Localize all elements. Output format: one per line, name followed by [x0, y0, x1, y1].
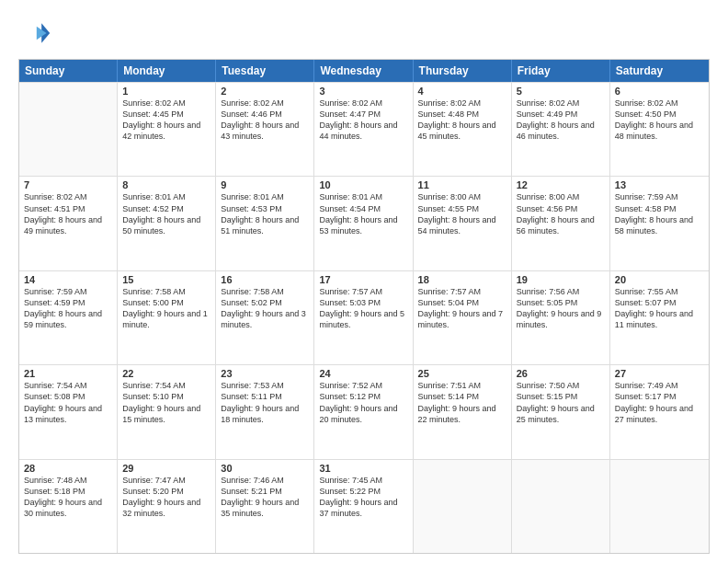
cell-info: Sunrise: 7:55 AM Sunset: 5:07 PM Dayligh… [615, 286, 704, 331]
weekday-header: Thursday [414, 60, 512, 82]
cell-info: Sunrise: 7:50 AM Sunset: 5:15 PM Dayligh… [517, 380, 605, 425]
day-number: 11 [418, 179, 506, 190]
weekday-header: Monday [118, 60, 216, 82]
calendar-row: 7 Sunrise: 8:02 AM Sunset: 4:51 PM Dayli… [19, 176, 709, 270]
logo-icon [18, 17, 51, 50]
day-number: 7 [24, 179, 112, 190]
calendar-cell: 16 Sunrise: 7:58 AM Sunset: 5:02 PM Dayl… [216, 271, 314, 364]
weekday-header: Friday [512, 60, 610, 82]
day-number: 5 [517, 86, 605, 97]
day-number: 13 [615, 179, 704, 190]
calendar-cell: 12 Sunrise: 8:00 AM Sunset: 4:56 PM Dayl… [512, 177, 610, 270]
calendar-cell: 4 Sunrise: 8:02 AM Sunset: 4:48 PM Dayli… [414, 83, 512, 176]
weekday-header: Sunday [19, 60, 118, 82]
day-number: 17 [319, 274, 407, 285]
day-number: 9 [221, 179, 309, 190]
day-number: 4 [418, 86, 506, 97]
cell-info: Sunrise: 8:02 AM Sunset: 4:46 PM Dayligh… [221, 98, 309, 143]
calendar-cell: 22 Sunrise: 7:54 AM Sunset: 5:10 PM Dayl… [118, 365, 216, 458]
calendar-cell: 20 Sunrise: 7:55 AM Sunset: 5:07 PM Dayl… [610, 271, 709, 364]
cell-info: Sunrise: 7:56 AM Sunset: 5:05 PM Dayligh… [517, 286, 605, 331]
day-number: 12 [517, 179, 605, 190]
cell-info: Sunrise: 7:54 AM Sunset: 5:10 PM Dayligh… [122, 380, 210, 425]
logo [18, 17, 57, 50]
day-number: 28 [24, 463, 112, 474]
cell-info: Sunrise: 7:47 AM Sunset: 5:20 PM Dayligh… [122, 475, 210, 520]
cell-info: Sunrise: 7:49 AM Sunset: 5:17 PM Dayligh… [615, 380, 704, 425]
cell-info: Sunrise: 7:45 AM Sunset: 5:22 PM Dayligh… [319, 475, 407, 520]
weekday-header: Tuesday [216, 60, 314, 82]
cell-info: Sunrise: 7:58 AM Sunset: 5:02 PM Dayligh… [221, 286, 309, 331]
calendar-cell [512, 460, 610, 553]
cell-info: Sunrise: 7:57 AM Sunset: 5:04 PM Dayligh… [418, 286, 506, 331]
day-number: 26 [517, 368, 605, 379]
calendar-cell: 6 Sunrise: 8:02 AM Sunset: 4:50 PM Dayli… [610, 83, 709, 176]
calendar-row: 14 Sunrise: 7:59 AM Sunset: 4:59 PM Dayl… [19, 270, 709, 364]
weekday-header: Saturday [610, 60, 709, 82]
cell-info: Sunrise: 8:01 AM Sunset: 4:52 PM Dayligh… [122, 191, 210, 236]
calendar-cell: 25 Sunrise: 7:51 AM Sunset: 5:14 PM Dayl… [414, 365, 512, 458]
calendar-cell: 3 Sunrise: 8:02 AM Sunset: 4:47 PM Dayli… [314, 83, 413, 176]
calendar-cell: 7 Sunrise: 8:02 AM Sunset: 4:51 PM Dayli… [19, 177, 118, 270]
calendar-row: 1 Sunrise: 8:02 AM Sunset: 4:45 PM Dayli… [19, 82, 709, 176]
calendar-cell: 11 Sunrise: 8:00 AM Sunset: 4:55 PM Dayl… [414, 177, 512, 270]
calendar-cell: 19 Sunrise: 7:56 AM Sunset: 5:05 PM Dayl… [512, 271, 610, 364]
header [18, 17, 710, 50]
calendar-cell [19, 83, 118, 176]
calendar: SundayMondayTuesdayWednesdayThursdayFrid… [18, 59, 710, 554]
calendar-cell: 26 Sunrise: 7:50 AM Sunset: 5:15 PM Dayl… [512, 365, 610, 458]
calendar-cell: 29 Sunrise: 7:47 AM Sunset: 5:20 PM Dayl… [118, 460, 216, 553]
day-number: 18 [418, 274, 506, 285]
calendar-cell: 2 Sunrise: 8:02 AM Sunset: 4:46 PM Dayli… [216, 83, 314, 176]
day-number: 20 [615, 274, 704, 285]
calendar-body: 1 Sunrise: 8:02 AM Sunset: 4:45 PM Dayli… [19, 82, 709, 553]
calendar-cell: 14 Sunrise: 7:59 AM Sunset: 4:59 PM Dayl… [19, 271, 118, 364]
cell-info: Sunrise: 8:02 AM Sunset: 4:51 PM Dayligh… [24, 191, 112, 236]
day-number: 22 [122, 368, 210, 379]
cell-info: Sunrise: 8:00 AM Sunset: 4:55 PM Dayligh… [418, 191, 506, 236]
day-number: 15 [122, 274, 210, 285]
cell-info: Sunrise: 8:01 AM Sunset: 4:54 PM Dayligh… [319, 191, 407, 236]
calendar-cell: 5 Sunrise: 8:02 AM Sunset: 4:49 PM Dayli… [512, 83, 610, 176]
calendar-cell: 10 Sunrise: 8:01 AM Sunset: 4:54 PM Dayl… [314, 177, 413, 270]
cell-info: Sunrise: 8:00 AM Sunset: 4:56 PM Dayligh… [517, 191, 605, 236]
cell-info: Sunrise: 8:02 AM Sunset: 4:49 PM Dayligh… [517, 98, 605, 143]
calendar-cell: 28 Sunrise: 7:48 AM Sunset: 5:18 PM Dayl… [19, 460, 118, 553]
day-number: 19 [517, 274, 605, 285]
calendar-header: SundayMondayTuesdayWednesdayThursdayFrid… [19, 60, 709, 82]
day-number: 8 [122, 179, 210, 190]
weekday-header: Wednesday [314, 60, 413, 82]
cell-info: Sunrise: 7:51 AM Sunset: 5:14 PM Dayligh… [418, 380, 506, 425]
calendar-row: 28 Sunrise: 7:48 AM Sunset: 5:18 PM Dayl… [19, 459, 709, 553]
cell-info: Sunrise: 7:54 AM Sunset: 5:08 PM Dayligh… [24, 380, 112, 425]
cell-info: Sunrise: 8:01 AM Sunset: 4:53 PM Dayligh… [221, 191, 309, 236]
calendar-cell: 24 Sunrise: 7:52 AM Sunset: 5:12 PM Dayl… [314, 365, 413, 458]
day-number: 21 [24, 368, 112, 379]
day-number: 25 [418, 368, 506, 379]
day-number: 29 [122, 463, 210, 474]
calendar-cell: 23 Sunrise: 7:53 AM Sunset: 5:11 PM Dayl… [216, 365, 314, 458]
cell-info: Sunrise: 7:58 AM Sunset: 5:00 PM Dayligh… [122, 286, 210, 331]
calendar-cell: 1 Sunrise: 8:02 AM Sunset: 4:45 PM Dayli… [118, 83, 216, 176]
day-number: 31 [319, 463, 407, 474]
calendar-cell: 21 Sunrise: 7:54 AM Sunset: 5:08 PM Dayl… [19, 365, 118, 458]
cell-info: Sunrise: 8:02 AM Sunset: 4:45 PM Dayligh… [122, 98, 210, 143]
calendar-cell: 30 Sunrise: 7:46 AM Sunset: 5:21 PM Dayl… [216, 460, 314, 553]
cell-info: Sunrise: 7:48 AM Sunset: 5:18 PM Dayligh… [24, 475, 112, 520]
day-number: 16 [221, 274, 309, 285]
calendar-cell: 15 Sunrise: 7:58 AM Sunset: 5:00 PM Dayl… [118, 271, 216, 364]
cell-info: Sunrise: 7:53 AM Sunset: 5:11 PM Dayligh… [221, 380, 309, 425]
day-number: 27 [615, 368, 704, 379]
calendar-cell: 27 Sunrise: 7:49 AM Sunset: 5:17 PM Dayl… [610, 365, 709, 458]
page: SundayMondayTuesdayWednesdayThursdayFrid… [0, 0, 728, 563]
day-number: 23 [221, 368, 309, 379]
day-number: 1 [122, 86, 210, 97]
calendar-cell [414, 460, 512, 553]
day-number: 14 [24, 274, 112, 285]
cell-info: Sunrise: 7:57 AM Sunset: 5:03 PM Dayligh… [319, 286, 407, 331]
day-number: 10 [319, 179, 407, 190]
day-number: 30 [221, 463, 309, 474]
calendar-cell: 18 Sunrise: 7:57 AM Sunset: 5:04 PM Dayl… [414, 271, 512, 364]
calendar-cell: 17 Sunrise: 7:57 AM Sunset: 5:03 PM Dayl… [314, 271, 413, 364]
calendar-cell [610, 460, 709, 553]
